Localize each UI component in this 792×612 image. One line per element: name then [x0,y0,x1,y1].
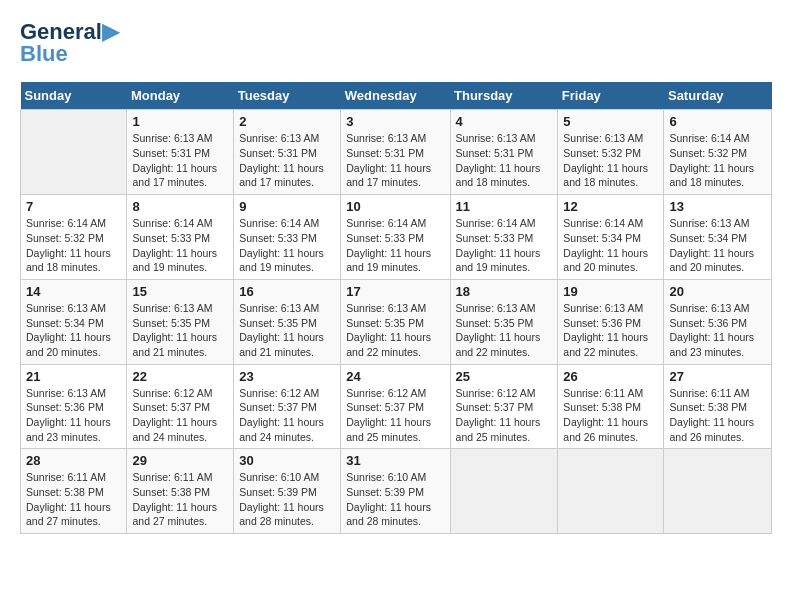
calendar-cell: 15Sunrise: 6:13 AM Sunset: 5:35 PM Dayli… [127,279,234,364]
day-detail: Sunrise: 6:13 AM Sunset: 5:36 PM Dayligh… [26,386,121,445]
day-number: 29 [132,453,228,468]
calendar-week-3: 14Sunrise: 6:13 AM Sunset: 5:34 PM Dayli… [21,279,772,364]
day-detail: Sunrise: 6:12 AM Sunset: 5:37 PM Dayligh… [346,386,444,445]
day-number: 2 [239,114,335,129]
calendar-cell: 7Sunrise: 6:14 AM Sunset: 5:32 PM Daylig… [21,195,127,280]
calendar-cell [664,449,772,534]
day-detail: Sunrise: 6:12 AM Sunset: 5:37 PM Dayligh… [239,386,335,445]
calendar-cell: 13Sunrise: 6:13 AM Sunset: 5:34 PM Dayli… [664,195,772,280]
calendar-cell: 22Sunrise: 6:12 AM Sunset: 5:37 PM Dayli… [127,364,234,449]
day-detail: Sunrise: 6:13 AM Sunset: 5:35 PM Dayligh… [456,301,553,360]
day-detail: Sunrise: 6:10 AM Sunset: 5:39 PM Dayligh… [239,470,335,529]
calendar-cell [558,449,664,534]
day-detail: Sunrise: 6:11 AM Sunset: 5:38 PM Dayligh… [669,386,766,445]
day-number: 22 [132,369,228,384]
day-detail: Sunrise: 6:13 AM Sunset: 5:31 PM Dayligh… [239,131,335,190]
calendar-cell: 10Sunrise: 6:14 AM Sunset: 5:33 PM Dayli… [341,195,450,280]
day-number: 19 [563,284,658,299]
day-detail: Sunrise: 6:14 AM Sunset: 5:34 PM Dayligh… [563,216,658,275]
calendar-cell: 24Sunrise: 6:12 AM Sunset: 5:37 PM Dayli… [341,364,450,449]
day-detail: Sunrise: 6:13 AM Sunset: 5:35 PM Dayligh… [132,301,228,360]
day-number: 10 [346,199,444,214]
day-detail: Sunrise: 6:13 AM Sunset: 5:34 PM Dayligh… [669,216,766,275]
day-detail: Sunrise: 6:14 AM Sunset: 5:32 PM Dayligh… [669,131,766,190]
day-number: 26 [563,369,658,384]
day-number: 31 [346,453,444,468]
day-number: 18 [456,284,553,299]
day-number: 9 [239,199,335,214]
day-number: 6 [669,114,766,129]
day-number: 5 [563,114,658,129]
weekday-header-monday: Monday [127,82,234,110]
day-number: 30 [239,453,335,468]
calendar-cell: 8Sunrise: 6:14 AM Sunset: 5:33 PM Daylig… [127,195,234,280]
weekday-header-sunday: Sunday [21,82,127,110]
calendar-cell: 21Sunrise: 6:13 AM Sunset: 5:36 PM Dayli… [21,364,127,449]
day-detail: Sunrise: 6:14 AM Sunset: 5:33 PM Dayligh… [239,216,335,275]
calendar-cell: 29Sunrise: 6:11 AM Sunset: 5:38 PM Dayli… [127,449,234,534]
calendar-cell [450,449,558,534]
calendar-body: 1Sunrise: 6:13 AM Sunset: 5:31 PM Daylig… [21,110,772,534]
day-detail: Sunrise: 6:14 AM Sunset: 5:32 PM Dayligh… [26,216,121,275]
calendar-cell: 20Sunrise: 6:13 AM Sunset: 5:36 PM Dayli… [664,279,772,364]
day-detail: Sunrise: 6:14 AM Sunset: 5:33 PM Dayligh… [346,216,444,275]
day-detail: Sunrise: 6:13 AM Sunset: 5:34 PM Dayligh… [26,301,121,360]
day-number: 23 [239,369,335,384]
calendar-table: SundayMondayTuesdayWednesdayThursdayFrid… [20,82,772,534]
day-detail: Sunrise: 6:13 AM Sunset: 5:31 PM Dayligh… [132,131,228,190]
logo-blue: Blue [20,42,68,66]
calendar-cell: 16Sunrise: 6:13 AM Sunset: 5:35 PM Dayli… [234,279,341,364]
day-detail: Sunrise: 6:10 AM Sunset: 5:39 PM Dayligh… [346,470,444,529]
day-number: 24 [346,369,444,384]
day-detail: Sunrise: 6:11 AM Sunset: 5:38 PM Dayligh… [26,470,121,529]
calendar-cell: 6Sunrise: 6:14 AM Sunset: 5:32 PM Daylig… [664,110,772,195]
calendar-cell: 1Sunrise: 6:13 AM Sunset: 5:31 PM Daylig… [127,110,234,195]
day-number: 15 [132,284,228,299]
calendar-cell: 26Sunrise: 6:11 AM Sunset: 5:38 PM Dayli… [558,364,664,449]
day-number: 8 [132,199,228,214]
day-detail: Sunrise: 6:14 AM Sunset: 5:33 PM Dayligh… [132,216,228,275]
day-detail: Sunrise: 6:13 AM Sunset: 5:36 PM Dayligh… [669,301,766,360]
calendar-cell: 2Sunrise: 6:13 AM Sunset: 5:31 PM Daylig… [234,110,341,195]
day-number: 17 [346,284,444,299]
day-detail: Sunrise: 6:13 AM Sunset: 5:35 PM Dayligh… [346,301,444,360]
calendar-cell: 12Sunrise: 6:14 AM Sunset: 5:34 PM Dayli… [558,195,664,280]
day-detail: Sunrise: 6:13 AM Sunset: 5:32 PM Dayligh… [563,131,658,190]
weekday-header-tuesday: Tuesday [234,82,341,110]
day-number: 21 [26,369,121,384]
calendar-week-4: 21Sunrise: 6:13 AM Sunset: 5:36 PM Dayli… [21,364,772,449]
calendar-cell: 9Sunrise: 6:14 AM Sunset: 5:33 PM Daylig… [234,195,341,280]
day-detail: Sunrise: 6:13 AM Sunset: 5:35 PM Dayligh… [239,301,335,360]
calendar-cell: 19Sunrise: 6:13 AM Sunset: 5:36 PM Dayli… [558,279,664,364]
day-number: 27 [669,369,766,384]
calendar-cell: 27Sunrise: 6:11 AM Sunset: 5:38 PM Dayli… [664,364,772,449]
day-number: 3 [346,114,444,129]
calendar-cell: 30Sunrise: 6:10 AM Sunset: 5:39 PM Dayli… [234,449,341,534]
weekday-header-friday: Friday [558,82,664,110]
calendar-cell: 18Sunrise: 6:13 AM Sunset: 5:35 PM Dayli… [450,279,558,364]
day-number: 11 [456,199,553,214]
calendar-cell: 31Sunrise: 6:10 AM Sunset: 5:39 PM Dayli… [341,449,450,534]
calendar-cell: 28Sunrise: 6:11 AM Sunset: 5:38 PM Dayli… [21,449,127,534]
day-detail: Sunrise: 6:12 AM Sunset: 5:37 PM Dayligh… [456,386,553,445]
day-number: 14 [26,284,121,299]
day-number: 16 [239,284,335,299]
day-number: 20 [669,284,766,299]
day-detail: Sunrise: 6:14 AM Sunset: 5:33 PM Dayligh… [456,216,553,275]
day-detail: Sunrise: 6:11 AM Sunset: 5:38 PM Dayligh… [563,386,658,445]
calendar-cell: 25Sunrise: 6:12 AM Sunset: 5:37 PM Dayli… [450,364,558,449]
day-detail: Sunrise: 6:12 AM Sunset: 5:37 PM Dayligh… [132,386,228,445]
calendar-cell: 5Sunrise: 6:13 AM Sunset: 5:32 PM Daylig… [558,110,664,195]
calendar-cell: 23Sunrise: 6:12 AM Sunset: 5:37 PM Dayli… [234,364,341,449]
day-number: 28 [26,453,121,468]
weekday-header-row: SundayMondayTuesdayWednesdayThursdayFrid… [21,82,772,110]
weekday-header-saturday: Saturday [664,82,772,110]
calendar-cell [21,110,127,195]
calendar-cell: 17Sunrise: 6:13 AM Sunset: 5:35 PM Dayli… [341,279,450,364]
day-number: 25 [456,369,553,384]
calendar-week-1: 1Sunrise: 6:13 AM Sunset: 5:31 PM Daylig… [21,110,772,195]
weekday-header-wednesday: Wednesday [341,82,450,110]
day-number: 13 [669,199,766,214]
page-header: General▶ Blue [20,20,772,66]
day-detail: Sunrise: 6:13 AM Sunset: 5:31 PM Dayligh… [456,131,553,190]
